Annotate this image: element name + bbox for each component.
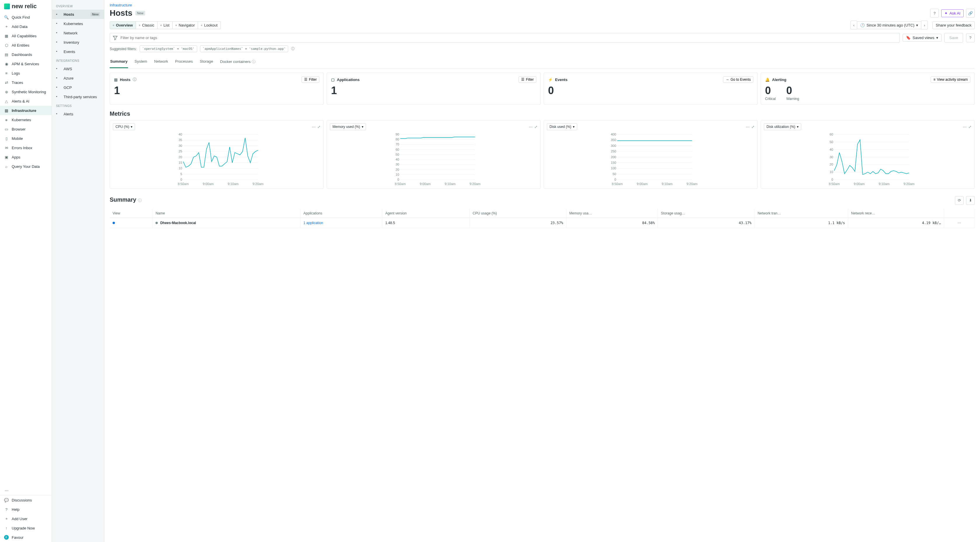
help-circle-icon[interactable]: ⓘ bbox=[133, 77, 137, 82]
view-tab-lookout[interactable]: ▫Lookout bbox=[198, 22, 221, 29]
ellipsis-icon[interactable]: ⋯ bbox=[963, 125, 967, 129]
column-header[interactable]: Applications bbox=[301, 209, 382, 218]
tab-system[interactable]: System bbox=[134, 56, 148, 68]
brand-logo[interactable]: new relic bbox=[0, 0, 52, 13]
row-actions-cell[interactable]: ⋯ bbox=[944, 218, 975, 228]
sidebar-item-events[interactable]: •Events bbox=[52, 47, 104, 56]
nav-errors-inbox[interactable]: ✉Errors Inbox bbox=[0, 143, 52, 152]
sidebar-item-aws[interactable]: •AWS bbox=[52, 64, 104, 73]
tab-icon: ▫ bbox=[113, 23, 115, 27]
nav-quick-find[interactable]: 🔍Quick Find bbox=[0, 13, 52, 22]
column-header[interactable]: Memory usa… bbox=[566, 209, 658, 218]
column-header[interactable]: CPU usage (%) bbox=[469, 209, 566, 218]
tab-processes[interactable]: Processes bbox=[174, 56, 193, 68]
tab-network[interactable]: Network bbox=[154, 56, 169, 68]
time-next-button[interactable]: › bbox=[921, 21, 928, 29]
sidebar-item-gcp[interactable]: •GCP bbox=[52, 83, 104, 92]
chart-metric-selector[interactable]: Disk used (%)▾ bbox=[547, 123, 577, 130]
nav-query-your-data[interactable]: ⌕Query Your Data bbox=[0, 162, 52, 171]
chart-canvas: 01020304050608:50am9:00am9:10am9:20am bbox=[764, 133, 972, 185]
go-to-events-button[interactable]: →Go to Events bbox=[723, 76, 753, 83]
footer-add-user[interactable]: ＋Add User bbox=[0, 514, 52, 523]
sidebar-item-inventory[interactable]: •Inventory bbox=[52, 38, 104, 47]
column-header[interactable] bbox=[944, 209, 975, 218]
chart-metric-selector[interactable]: Disk utilization (%)▾ bbox=[764, 123, 801, 130]
nav-alerts-ai[interactable]: △Alerts & AI bbox=[0, 97, 52, 106]
view-tab-list[interactable]: ▫List bbox=[158, 22, 173, 29]
nav-all-capabilities[interactable]: ▦All Capabilities bbox=[0, 31, 52, 41]
sidebar-item-hosts[interactable]: •HostsNew bbox=[52, 10, 104, 19]
hosts-count: 1 bbox=[114, 84, 320, 97]
help-circle-icon[interactable]: ⓘ bbox=[138, 198, 142, 203]
chart-metric-selector[interactable]: CPU (%)▾ bbox=[113, 123, 135, 130]
footer-favour[interactable]: FFavour bbox=[0, 532, 52, 542]
nav-synthetic-monitoring[interactable]: ⊕Synthetic Monitoring bbox=[0, 87, 52, 97]
tab-storage[interactable]: Storage bbox=[199, 56, 214, 68]
copy-link-button[interactable]: 🔗 bbox=[966, 9, 975, 17]
filter-input-wrapper[interactable] bbox=[110, 33, 900, 43]
sidebar-item-network[interactable]: •Network bbox=[52, 28, 104, 38]
expand-icon[interactable]: ⤢ bbox=[317, 125, 321, 129]
ellipsis-icon[interactable]: ⋯ bbox=[312, 125, 316, 129]
chart-metric-selector[interactable]: Memory used (%)▾ bbox=[330, 123, 366, 130]
view-activity-button[interactable]: ≡View activity stream bbox=[931, 76, 970, 83]
view-tab-classic[interactable]: ▫Classic bbox=[136, 22, 158, 29]
sidebar-item-third-party-services[interactable]: •Third-party services bbox=[52, 92, 104, 101]
expand-icon[interactable]: ⤢ bbox=[968, 125, 972, 129]
nav-logs[interactable]: ≡Logs bbox=[0, 68, 52, 78]
footer-discussions[interactable]: 💬Discussions bbox=[0, 495, 52, 505]
filter-help-button[interactable]: ? bbox=[966, 33, 975, 42]
share-feedback-button[interactable]: Share your feedback bbox=[932, 21, 975, 29]
expand-icon[interactable]: ⤢ bbox=[535, 125, 538, 129]
nav-infrastructure[interactable]: ▥Infrastructure bbox=[0, 106, 52, 115]
footer-upgrade-now[interactable]: ↑Upgrade Now bbox=[0, 523, 52, 532]
column-header[interactable]: Storage usag… bbox=[658, 209, 754, 218]
table-row[interactable]: Dhees-Macbook.local1 application1.48.523… bbox=[110, 218, 975, 228]
name-cell[interactable]: Dhees-Macbook.local bbox=[153, 218, 301, 228]
refresh-button[interactable]: ⟳ bbox=[955, 196, 964, 205]
nav-traces[interactable]: ⇄Traces bbox=[0, 78, 52, 87]
time-prev-button[interactable]: ‹ bbox=[851, 21, 857, 29]
sidebar-item-azure[interactable]: •Azure bbox=[52, 73, 104, 83]
column-header[interactable]: Agent version bbox=[382, 209, 469, 218]
help-button[interactable]: ? bbox=[930, 9, 939, 17]
hosts-filter-button[interactable]: ☰Filter bbox=[302, 76, 320, 83]
ellipsis-icon[interactable]: ⋯ bbox=[746, 125, 749, 129]
help-circle-icon[interactable]: ⓘ bbox=[291, 46, 294, 51]
ask-ai-button[interactable]: ✦Ask AI bbox=[941, 10, 964, 17]
nav-all-entities[interactable]: ⬡All Entities bbox=[0, 41, 52, 50]
suggested-filter-chip[interactable]: `apmApplicationNames` = 'sample-python-a… bbox=[200, 46, 288, 52]
nav-apps[interactable]: ▣Apps bbox=[0, 152, 52, 162]
ellipsis-icon[interactable]: ⋯ bbox=[529, 125, 533, 129]
column-header[interactable]: Name bbox=[153, 209, 301, 218]
column-header[interactable]: Network tran… bbox=[754, 209, 848, 218]
nav-add-data[interactable]: ＋Add Data bbox=[0, 22, 52, 31]
download-button[interactable]: ⬇ bbox=[966, 196, 975, 205]
column-header[interactable]: View bbox=[110, 209, 153, 218]
more-menu[interactable]: ⋯ bbox=[0, 486, 52, 495]
column-header[interactable]: Network rece… bbox=[848, 209, 944, 218]
filter-input[interactable] bbox=[121, 36, 896, 40]
breadcrumb[interactable]: Infrastructure bbox=[110, 3, 975, 7]
save-button[interactable]: Save bbox=[944, 33, 963, 43]
server-icon: ▥ bbox=[4, 108, 9, 113]
sidebar-item-alerts[interactable]: •Alerts bbox=[52, 109, 104, 119]
view-tab-navigator[interactable]: ▫Navigator bbox=[173, 22, 198, 29]
nav-browser[interactable]: ▭Browser bbox=[0, 124, 52, 134]
footer-help[interactable]: ?Help bbox=[0, 505, 52, 514]
tab-summary[interactable]: Summary bbox=[110, 56, 128, 68]
expand-icon[interactable]: ⤢ bbox=[751, 125, 754, 129]
apps-filter-button[interactable]: ☰Filter bbox=[519, 76, 536, 83]
nav-dashboards[interactable]: ▤Dashboards bbox=[0, 50, 52, 59]
nav-mobile[interactable]: ▯Mobile bbox=[0, 134, 52, 143]
footer-label: Favour bbox=[12, 535, 23, 540]
applications-cell[interactable]: 1 application bbox=[301, 218, 382, 228]
nav-apm-services[interactable]: ◉APM & Services bbox=[0, 59, 52, 68]
view-tab-overview[interactable]: ▫Overview bbox=[110, 22, 136, 29]
time-picker[interactable]: 🕐 Since 30 minutes ago (UTC) ▾ bbox=[857, 21, 921, 29]
suggested-filter-chip[interactable]: `operatingSystem` = 'macOS' bbox=[140, 46, 197, 52]
saved-views-button[interactable]: 🔖 Saved views ▾ bbox=[903, 34, 942, 42]
tab-docker-containers[interactable]: Docker containers ⓘ bbox=[220, 56, 256, 68]
nav-kubernetes[interactable]: ⎈Kubernetes bbox=[0, 115, 52, 124]
sidebar-item-kubernetes[interactable]: •Kubernetes bbox=[52, 19, 104, 28]
